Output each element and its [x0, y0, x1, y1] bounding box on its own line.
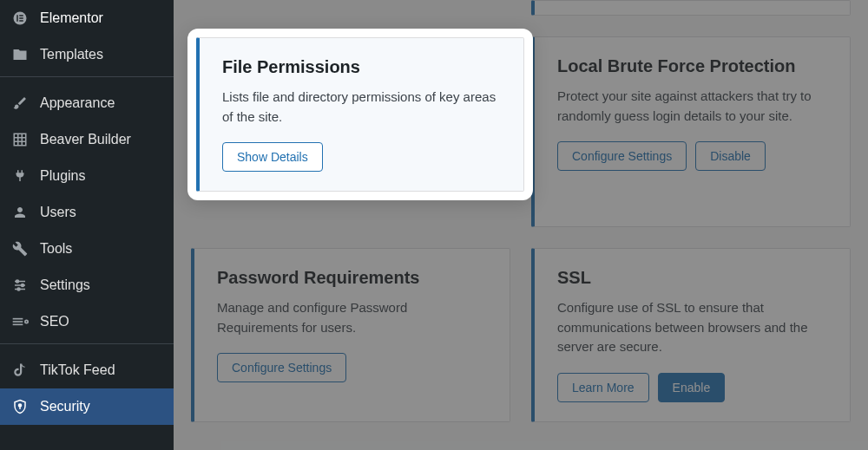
sidebar-item-plugins[interactable]: Plugins — [0, 158, 174, 194]
svg-rect-3 — [19, 17, 23, 19]
configure-settings-button[interactable]: Configure Settings — [557, 141, 687, 171]
svg-rect-1 — [16, 15, 18, 22]
sidebar-item-elementor[interactable]: Elementor — [0, 0, 174, 36]
sidebar-item-tiktok-feed[interactable]: TikTok Feed — [0, 352, 174, 388]
disable-button[interactable]: Disable — [695, 141, 766, 171]
plug-icon — [10, 166, 30, 186]
sidebar-item-label: Beaver Builder — [40, 132, 131, 147]
svg-rect-4 — [19, 20, 23, 22]
folder-icon — [10, 45, 30, 64]
wrench-icon — [10, 239, 30, 258]
card-description: Protect your site against attackers that… — [557, 87, 827, 126]
sidebar-item-tools[interactable]: Tools — [0, 231, 174, 267]
card-title: SSL — [557, 268, 827, 288]
card-title: Password Requirements — [217, 268, 487, 288]
card-description: Lists file and directory permissions of … — [222, 88, 501, 127]
sidebar-item-label: Tools — [40, 241, 72, 257]
admin-sidebar: Elementor Templates Appearance Beaver Bu… — [0, 0, 174, 450]
card-description: Manage and configure Password Requiremen… — [217, 298, 487, 337]
sidebar-separator — [0, 76, 174, 82]
card-brute-force: Local Brute Force Protection Protect you… — [531, 36, 851, 227]
seo-icon — [10, 312, 30, 331]
sidebar-separator — [0, 343, 174, 349]
sliders-icon — [10, 276, 30, 295]
svg-point-14 — [22, 284, 24, 287]
sidebar-item-label: SEO — [40, 314, 69, 329]
sidebar-item-label: Users — [40, 205, 76, 220]
brush-icon — [10, 94, 30, 113]
sidebar-item-users[interactable]: Users — [0, 194, 174, 231]
card-ssl: SSL Configure use of SSL to ensure that … — [531, 248, 851, 422]
svg-rect-5 — [14, 134, 26, 146]
card-password-requirements: Password Requirements Manage and configu… — [191, 248, 510, 422]
sidebar-item-appearance[interactable]: Appearance — [0, 85, 174, 121]
sidebar-item-label: Appearance — [40, 95, 115, 111]
elementor-icon — [10, 9, 30, 28]
card-title: File Permissions — [222, 57, 501, 77]
svg-point-19 — [25, 320, 28, 323]
sidebar-item-security[interactable]: Security — [0, 388, 174, 425]
sidebar-item-label: Templates — [40, 47, 103, 62]
enable-button[interactable]: Enable — [658, 373, 726, 402]
highlighted-card-wrapper: File Permissions Lists file and director… — [187, 29, 533, 200]
svg-point-13 — [16, 280, 19, 283]
grid-icon — [10, 130, 30, 149]
card-stub — [531, 0, 851, 16]
shield-icon — [10, 397, 30, 416]
svg-point-20 — [19, 404, 22, 407]
svg-point-15 — [17, 288, 20, 290]
user-icon — [10, 203, 30, 222]
card-title: Local Brute Force Protection — [557, 56, 827, 76]
sidebar-item-beaver-builder[interactable]: Beaver Builder — [0, 121, 174, 158]
sidebar-item-label: Settings — [40, 277, 90, 293]
sidebar-item-label: Security — [40, 399, 90, 414]
sidebar-item-seo[interactable]: SEO — [0, 303, 174, 340]
tiktok-icon — [10, 361, 30, 380]
sidebar-item-label: Elementor — [40, 10, 103, 26]
learn-more-button[interactable]: Learn More — [557, 373, 649, 402]
configure-settings-button[interactable]: Configure Settings — [217, 353, 346, 382]
svg-rect-2 — [19, 15, 23, 16]
show-details-button[interactable]: Show Details — [222, 142, 323, 172]
sidebar-item-settings[interactable]: Settings — [0, 267, 174, 303]
sidebar-item-label: Plugins — [40, 168, 85, 184]
card-description: Configure use of SSL to ensure that comm… — [557, 298, 827, 357]
card-file-permissions: File Permissions Lists file and director… — [196, 37, 524, 192]
sidebar-item-templates[interactable]: Templates — [0, 36, 174, 73]
sidebar-item-label: TikTok Feed — [40, 362, 115, 378]
